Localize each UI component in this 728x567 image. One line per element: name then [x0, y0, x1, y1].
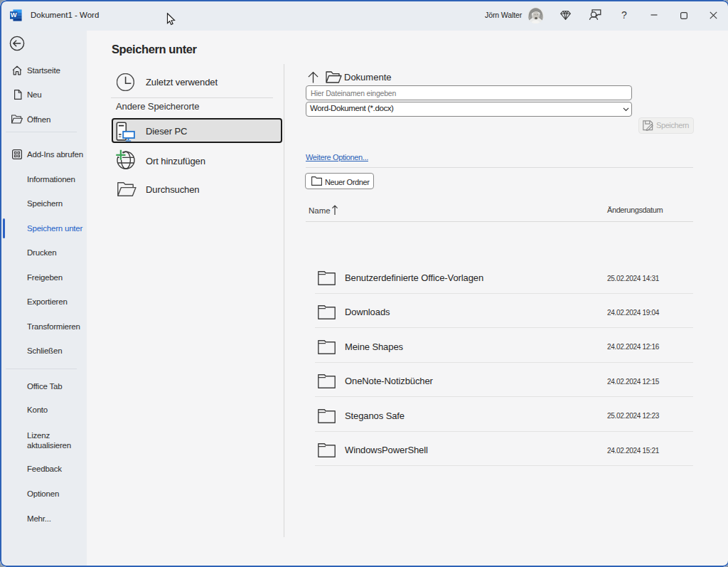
svg-text:W: W [11, 11, 17, 18]
